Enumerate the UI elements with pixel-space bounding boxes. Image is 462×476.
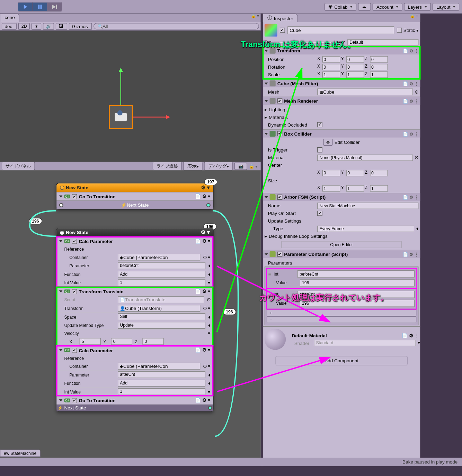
- collab-dropdown[interactable]: ◉Collab: [325, 3, 356, 10]
- rot-x[interactable]: [322, 64, 340, 70]
- transform-translate: C#✔Transform Translate📄 ⚙ ▾ Script📄Trans…: [56, 287, 213, 346]
- int-value-field[interactable]: 1: [118, 388, 205, 395]
- add-param-button[interactable]: +: [267, 310, 416, 317]
- param-name-field[interactable]: beforeCnt: [297, 270, 415, 278]
- physic-material-field[interactable]: None (Physic Material): [317, 154, 413, 161]
- center-z[interactable]: [370, 170, 388, 176]
- transform-component: Transform📄 ⚙ ⋮ PositionXYZ RotationXYZ S…: [263, 46, 420, 79]
- state-node-1[interactable]: New State⚙ ▾ C#✔Go To Transition📄 ⚙ ▾ ⚡N…: [56, 183, 213, 209]
- lock-icon[interactable]: 🔒 ▾: [251, 14, 261, 22]
- velocity-x[interactable]: 5: [80, 338, 101, 345]
- param-value-field[interactable]: 196: [300, 279, 415, 287]
- parameter-dropdown[interactable]: beforeCnt: [118, 262, 205, 269]
- gizmos-dropdown[interactable]: Gizmos: [69, 23, 92, 30]
- scene-tab[interactable]: cene: [0, 14, 19, 22]
- object-header: ✔ Cube Static▾: [263, 22, 420, 38]
- shaded-dropdown[interactable]: ded: [2, 23, 17, 30]
- scale-z[interactable]: [370, 71, 388, 78]
- screenshot-button[interactable]: 📷: [234, 162, 247, 170]
- step-button[interactable]: [47, 2, 62, 11]
- node-header[interactable]: New State⚙ ▾: [56, 183, 213, 192]
- cloud-button[interactable]: ☁: [358, 3, 371, 10]
- rot-y[interactable]: [346, 64, 364, 70]
- account-dropdown[interactable]: Account: [373, 3, 402, 10]
- camera-gizmo[interactable]: [109, 105, 133, 129]
- play-on-start-checkbox[interactable]: ✔: [317, 211, 322, 216]
- space-dropdown[interactable]: Self: [118, 313, 205, 320]
- container-field[interactable]: ◆Cube (ParameterCon: [118, 363, 200, 370]
- graph-lock-icon[interactable]: 🔒 ▾: [249, 164, 259, 168]
- edit-collider-button[interactable]: ✥: [323, 139, 333, 146]
- pos-y[interactable]: [346, 56, 364, 62]
- static-checkbox[interactable]: Static▾: [397, 28, 418, 33]
- velocity-y[interactable]: 0: [111, 338, 132, 345]
- inspector-lock-icon[interactable]: 🔒 ≡: [410, 14, 420, 22]
- size-z[interactable]: [370, 185, 388, 191]
- open-editor-button[interactable]: Open Editor: [282, 241, 401, 248]
- scene-viewport[interactable]: [0, 31, 261, 162]
- int-value-field[interactable]: 1: [118, 279, 205, 286]
- next-state-transition[interactable]: ⚡Next State: [56, 405, 213, 412]
- live-track-button[interactable]: ライブ追跡: [153, 162, 182, 171]
- is-trigger-checkbox[interactable]: [317, 147, 322, 153]
- calc-param-1: C#✔Calc Parameter📄 ⚙ ▾ Reference Contain…: [56, 237, 213, 287]
- state-node-2[interactable]: ◉ New State⚙ ▾ C#✔Calc Parameter📄 ⚙ ▾ Re…: [56, 228, 213, 412]
- graph-viewport[interactable]: New State⚙ ▾ C#✔Go To Transition📄 ⚙ ▾ ⚡N…: [0, 170, 261, 458]
- script-field: 📄TransformTranslate: [118, 296, 204, 303]
- scale-x[interactable]: [322, 71, 340, 78]
- size-x[interactable]: [322, 185, 340, 191]
- layout-dropdown[interactable]: Layout: [433, 3, 459, 10]
- arbor-icon: [270, 194, 276, 200]
- rot-z[interactable]: [370, 64, 388, 70]
- layer-dropdown[interactable]: Default: [347, 39, 418, 45]
- function-dropdown[interactable]: Add: [118, 380, 205, 387]
- center-x[interactable]: [322, 170, 340, 176]
- entry-pin-icon: [60, 185, 64, 190]
- annotation-text: カウント処理は実行されています。: [259, 292, 389, 303]
- pos-x[interactable]: [322, 56, 340, 62]
- velocity-z[interactable]: 0: [142, 338, 163, 345]
- sidepanel-tab[interactable]: サイドパネル: [2, 162, 35, 171]
- breadcrumb[interactable]: ew StateMachine: [0, 450, 40, 457]
- gear-icon[interactable]: ⚙ ▾: [201, 230, 210, 235]
- param-icon: [270, 251, 276, 257]
- function-dropdown[interactable]: Add: [118, 271, 205, 278]
- gear-icon[interactable]: ⚙ ▾: [201, 185, 210, 191]
- dynamic-occluded-checkbox[interactable]: ✔: [317, 122, 322, 127]
- center-y[interactable]: [346, 170, 364, 176]
- add-component-button[interactable]: Add Component: [276, 356, 408, 365]
- fsm-name-field[interactable]: New StateMachine: [317, 202, 418, 209]
- play-button[interactable]: [18, 2, 33, 11]
- annotation-text: Transform は変化ありません。: [241, 39, 355, 50]
- view-dropdown[interactable]: 表示▾: [184, 162, 203, 171]
- pause-button[interactable]: [33, 2, 47, 11]
- mesh-field[interactable]: ▦Cube: [317, 88, 413, 95]
- parameter-dropdown[interactable]: afterCnt: [118, 371, 205, 378]
- audio-toggle[interactable]: 🔊: [43, 23, 54, 30]
- remove-param-button[interactable]: −: [267, 316, 416, 323]
- fx-toggle[interactable]: 🖼: [56, 23, 67, 30]
- light-toggle[interactable]: ☀: [32, 23, 41, 30]
- transition-row[interactable]: ⚡Next State: [56, 200, 213, 209]
- debug-dropdown[interactable]: デバッグ▾: [204, 162, 233, 171]
- size-y[interactable]: [346, 185, 364, 191]
- update-method-dropdown[interactable]: Update: [118, 322, 205, 329]
- goto-transition-row[interactable]: C#✔Go To Transition📄 ⚙ ▾: [56, 396, 213, 405]
- behaviour-row[interactable]: C#✔Go To Transition📄 ⚙ ▾: [56, 192, 213, 201]
- active-checkbox[interactable]: ✔: [280, 28, 285, 33]
- transform-field[interactable]: 👤Cube (Transform): [118, 305, 200, 312]
- update-type-dropdown[interactable]: Every Frame: [317, 225, 414, 232]
- layers-dropdown[interactable]: Layers: [404, 3, 431, 10]
- scene-search[interactable]: 🔍All: [94, 23, 259, 29]
- y-axis-gizmo: [121, 71, 121, 105]
- inspector-tab[interactable]: ⓘInspector: [263, 14, 298, 22]
- pos-z[interactable]: [370, 56, 388, 62]
- count-badge: 196: [223, 309, 236, 315]
- shader-dropdown[interactable]: Standard: [314, 340, 416, 346]
- container-field[interactable]: ◆Cube (ParameterCon: [118, 254, 200, 261]
- 2d-toggle[interactable]: 2D: [18, 23, 30, 30]
- node-header[interactable]: ◉ New State⚙ ▾: [56, 228, 213, 237]
- x-axis-gizmo: [133, 116, 167, 117]
- scale-y[interactable]: [346, 71, 364, 78]
- object-name-field[interactable]: Cube: [287, 26, 394, 34]
